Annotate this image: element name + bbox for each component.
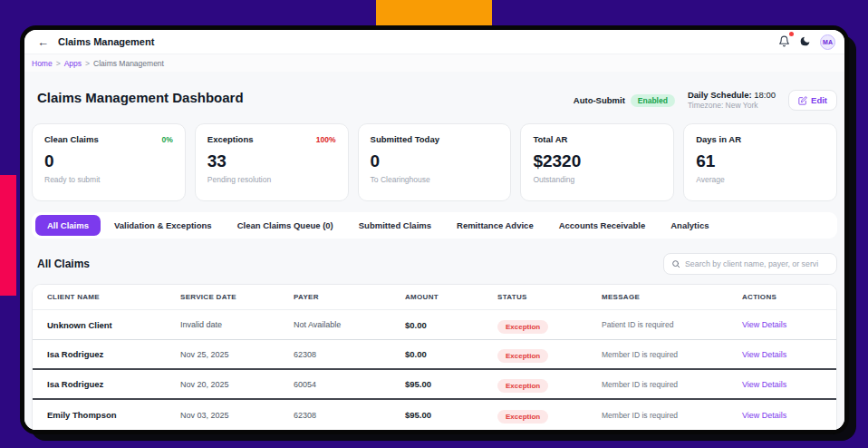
- stat-subtitle: Average: [696, 175, 825, 184]
- cell-amount: $0.00: [405, 320, 497, 330]
- tab-all-claims[interactable]: All Claims: [35, 215, 101, 236]
- daily-schedule-group: Daily Schedule: 18:00 Timezone: New York: [688, 90, 776, 111]
- tab-accounts-receivable[interactable]: Accounts Receivable: [547, 215, 658, 236]
- table-row: Isa Rodriguez Nov 20, 2025 60054 $95.00 …: [33, 370, 836, 400]
- col-payer: PAYER: [294, 293, 405, 301]
- notifications-bell-icon[interactable]: [778, 35, 791, 48]
- table-row: Emily Thompson Nov 03, 2025 62308 $95.00…: [33, 400, 836, 430]
- cell-service-date: Nov 25, 2025: [180, 350, 294, 359]
- breadcrumb-apps[interactable]: Apps: [64, 59, 82, 68]
- breadcrumb-home[interactable]: Home: [32, 59, 53, 68]
- cell-payer: 62308: [294, 411, 405, 420]
- stat-subtitle: Pending resolution: [207, 175, 336, 184]
- stat-card-total-ar: Total AR $2320 Outstanding: [520, 123, 674, 201]
- col-amount: AMOUNT: [405, 293, 497, 301]
- cell-amount: $95.00: [405, 379, 497, 389]
- search-icon: [671, 259, 680, 268]
- view-details-link[interactable]: View Details: [742, 320, 822, 329]
- breadcrumb: Home > Apps > Claims Management: [24, 54, 844, 72]
- breadcrumb-separator: >: [56, 59, 61, 68]
- auto-submit-status-badge: Enabled: [631, 94, 675, 107]
- cell-client-name: Emily Thompson: [47, 410, 180, 420]
- stat-card-exceptions: Exceptions 100% 33 Pending resolution: [195, 123, 349, 201]
- stat-label: Total AR: [533, 134, 567, 144]
- stat-value: 61: [696, 151, 825, 171]
- tab-bar: All Claims Validation & Exceptions Clean…: [32, 212, 837, 239]
- cell-client-name: Unknown Client: [47, 320, 180, 330]
- cell-payer: 62308: [294, 350, 405, 359]
- section-header: All Claims: [32, 253, 837, 275]
- decor-orange-block: [376, 0, 492, 25]
- page-header: Claims Management Dashboard Auto-Submit …: [24, 72, 844, 122]
- breadcrumb-current: Claims Management: [93, 59, 164, 68]
- stat-percent-badge: 0%: [162, 135, 173, 144]
- view-details-link[interactable]: View Details: [742, 350, 822, 359]
- stat-label: Days in AR: [696, 134, 741, 144]
- tab-validation-exceptions[interactable]: Validation & Exceptions: [102, 215, 224, 236]
- col-client-name: CLIENT NAME: [47, 293, 180, 301]
- table-header-row: CLIENT NAME SERVICE DATE PAYER AMOUNT ST…: [33, 285, 836, 310]
- tab-remittance-advice[interactable]: Remittance Advice: [445, 215, 545, 236]
- search-input[interactable]: [685, 259, 829, 268]
- auto-submit-group: Auto-Submit Enabled: [574, 94, 675, 107]
- tab-analytics[interactable]: Analytics: [659, 215, 720, 236]
- claims-table: CLIENT NAME SERVICE DATE PAYER AMOUNT ST…: [32, 284, 837, 431]
- stat-card-clean-claims: Clean Claims 0% 0 Ready to submit: [32, 123, 186, 201]
- cell-payer: Not Available: [294, 320, 405, 329]
- stat-value: 0: [44, 151, 173, 171]
- stat-value: $2320: [533, 151, 661, 171]
- view-details-link[interactable]: View Details: [742, 380, 822, 389]
- stat-label: Submitted Today: [371, 134, 439, 144]
- header-controls: Auto-Submit Enabled Daily Schedule: 18:0…: [574, 90, 837, 111]
- stat-card-days-in-ar: Days in AR 61 Average: [683, 123, 837, 201]
- tab-clean-claims-queue[interactable]: Clean Claims Queue (0): [226, 215, 345, 236]
- table-row: Unknown Client Invalid date Not Availabl…: [33, 310, 836, 340]
- cell-service-date: Nov 03, 2025: [180, 411, 294, 420]
- topbar-actions: MA: [778, 34, 835, 50]
- daily-schedule-label: Daily Schedule:: [688, 90, 752, 100]
- avatar[interactable]: MA: [820, 34, 835, 50]
- stat-subtitle: Ready to submit: [44, 175, 173, 184]
- claims-search-box[interactable]: [663, 253, 837, 275]
- daily-schedule-time: 18:00: [754, 90, 776, 100]
- stat-percent-badge: 100%: [316, 135, 336, 144]
- app-title: Claims Management: [58, 36, 154, 47]
- status-badge: Exception: [497, 320, 548, 334]
- edit-schedule-button[interactable]: Edit: [788, 90, 837, 111]
- col-service-date: SERVICE DATE: [180, 293, 294, 301]
- stat-label: Exceptions: [207, 134, 254, 144]
- stat-card-submitted-today: Submitted Today 0 To Clearinghouse: [358, 123, 512, 201]
- cell-amount: $95.00: [405, 410, 497, 420]
- notification-dot: [789, 32, 794, 36]
- col-actions: ACTIONS: [742, 293, 822, 301]
- back-icon[interactable]: ←: [37, 35, 49, 49]
- breadcrumb-separator: >: [85, 59, 90, 68]
- status-badge: Exception: [497, 379, 548, 393]
- cell-client-name: Isa Rodriguez: [47, 379, 180, 389]
- status-badge: Exception: [497, 349, 548, 363]
- stat-subtitle: Outstanding: [533, 175, 661, 184]
- view-details-link[interactable]: View Details: [742, 411, 822, 420]
- col-status: STATUS: [497, 293, 602, 301]
- dark-mode-moon-icon[interactable]: [799, 35, 812, 48]
- cell-message: Member ID is required: [602, 411, 742, 420]
- section-title: All Claims: [37, 258, 90, 270]
- timezone-label: Timezone: New York: [688, 101, 776, 111]
- page-title: Claims Management Dashboard: [37, 90, 244, 105]
- cell-client-name: Isa Rodriguez: [47, 349, 180, 359]
- stat-label: Clean Claims: [44, 134, 99, 144]
- stat-value: 0: [371, 151, 499, 171]
- cell-service-date: Invalid date: [180, 320, 294, 329]
- tab-submitted-claims[interactable]: Submitted Claims: [347, 215, 443, 236]
- decor-crimson-block: [0, 175, 16, 296]
- topbar: ← Claims Management MA: [24, 30, 844, 54]
- stat-value: 33: [207, 151, 336, 171]
- stat-cards: Clean Claims 0% 0 Ready to submit Except…: [32, 123, 837, 201]
- main-content: Claims Management Dashboard Auto-Submit …: [24, 72, 844, 434]
- cell-message: Member ID is required: [602, 350, 742, 359]
- app-window: ← Claims Management MA Home > Apps > Cla…: [20, 25, 849, 434]
- stat-subtitle: To Clearinghouse: [371, 175, 499, 184]
- status-badge: Exception: [497, 410, 548, 424]
- cell-message: Patient ID is required: [602, 320, 742, 329]
- cell-service-date: Nov 20, 2025: [180, 380, 294, 389]
